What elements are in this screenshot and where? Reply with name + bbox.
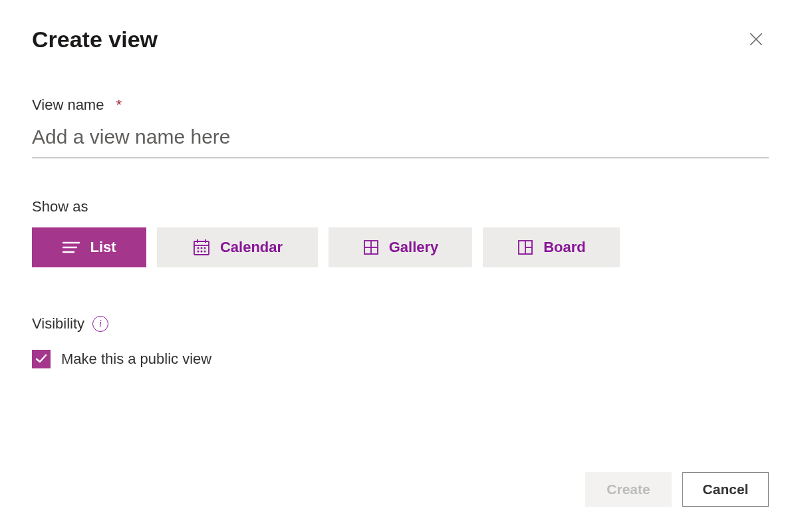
view-name-section: View name * xyxy=(32,96,769,158)
view-name-label: View name * xyxy=(32,96,122,114)
public-view-label: Make this a public view xyxy=(61,350,211,368)
cancel-button[interactable]: Cancel xyxy=(682,472,769,507)
visibility-section: Visibility i Make this a public view xyxy=(32,315,769,368)
close-button[interactable] xyxy=(743,27,769,54)
svg-point-11 xyxy=(204,247,205,248)
create-button[interactable]: Create xyxy=(585,472,672,507)
show-as-gallery-label: Gallery xyxy=(389,239,439,256)
dialog-footer: Create Cancel xyxy=(585,472,769,507)
show-as-list[interactable]: List xyxy=(32,227,146,267)
view-name-input[interactable] xyxy=(32,114,769,158)
board-icon xyxy=(517,239,534,256)
public-view-checkbox[interactable] xyxy=(32,350,51,368)
calendar-icon xyxy=(192,238,211,257)
list-icon xyxy=(62,240,80,255)
dialog-title: Create view xyxy=(32,27,158,53)
svg-point-12 xyxy=(198,251,198,251)
view-name-label-text: View name xyxy=(32,96,104,114)
show-as-options: List Calendar xyxy=(32,227,769,267)
svg-point-13 xyxy=(201,251,201,251)
required-indicator: * xyxy=(116,96,122,114)
show-as-calendar-label: Calendar xyxy=(220,239,283,256)
gallery-icon xyxy=(362,239,380,256)
show-as-list-label: List xyxy=(90,239,116,256)
show-as-section: Show as List xyxy=(32,198,769,267)
checkmark-icon xyxy=(35,352,48,367)
svg-point-14 xyxy=(204,251,205,251)
visibility-label: Visibility xyxy=(32,315,84,332)
show-as-board-label: Board xyxy=(543,239,586,256)
show-as-gallery[interactable]: Gallery xyxy=(329,227,472,267)
show-as-label: Show as xyxy=(32,198,88,215)
info-icon[interactable]: i xyxy=(92,316,108,332)
show-as-board[interactable]: Board xyxy=(483,227,620,267)
close-icon xyxy=(747,40,765,50)
svg-point-10 xyxy=(201,247,201,248)
svg-point-9 xyxy=(198,247,198,248)
show-as-calendar[interactable]: Calendar xyxy=(157,227,318,267)
visibility-label-row: Visibility i xyxy=(32,315,108,332)
